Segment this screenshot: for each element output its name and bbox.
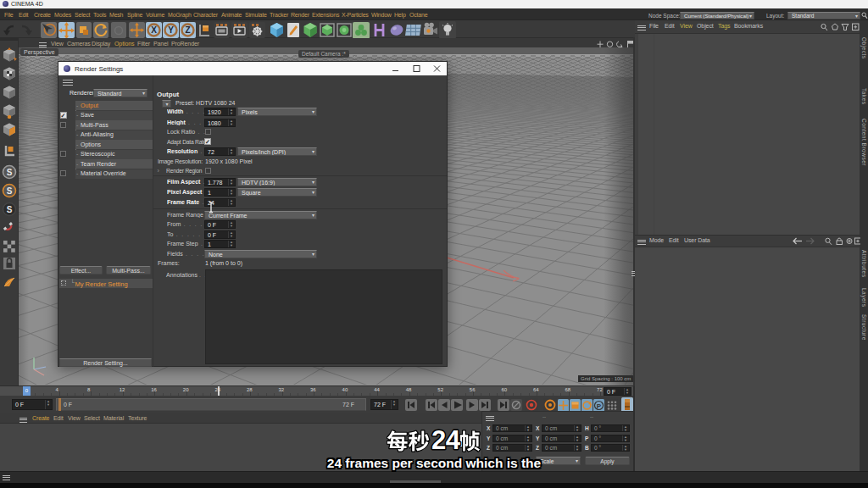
svg-text:S: S [7,168,13,177]
svg-text:24: 24 [431,425,461,455]
svg-text:S: S [7,186,13,196]
svg-text:X: X [151,25,157,35]
svg-text:P: P [597,402,602,409]
svg-text:S: S [7,205,13,214]
svg-text:Z: Z [185,25,190,35]
svg-text:Y: Y [168,25,174,35]
